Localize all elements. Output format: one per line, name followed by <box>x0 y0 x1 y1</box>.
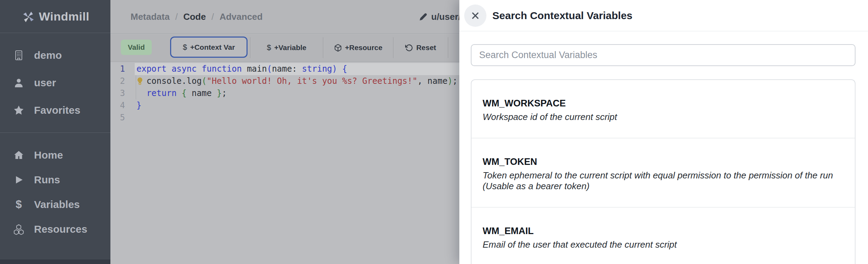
line-number: 4 <box>110 99 125 112</box>
code-line-1[interactable]: 1export async function main(name: string… <box>110 63 459 75</box>
code-text: export async function main(name: string)… <box>136 63 347 75</box>
toolbar-button-group: $ +Variable +Resource Reset <box>250 37 459 58</box>
dollar-icon: $ <box>267 43 271 52</box>
script-path[interactable]: u/user/l <box>418 0 459 34</box>
breadcrumb: Metadata/Code/Advanced <box>131 0 262 34</box>
star-icon <box>12 104 25 117</box>
reset-icon <box>405 44 413 52</box>
sidebar-item-variables[interactable]: $Variables <box>0 192 110 217</box>
sidebar-item-label: Home <box>34 149 63 161</box>
sidebar-item-label: Favorites <box>34 104 80 116</box>
line-number: 5 <box>110 112 125 124</box>
context-var-label: +Context Var <box>190 43 235 51</box>
close-icon <box>470 10 481 21</box>
drawer-title: Search Contextual Variables <box>492 0 633 31</box>
contextual-variables-list: WM_WORKSPACEWorkspace id of the current … <box>471 79 856 264</box>
sidebar: Windmill demouserFavorites HomeRuns$Vari… <box>0 0 110 264</box>
add-variable-button[interactable]: $ +Variable <box>250 37 323 58</box>
contextual-variable-item[interactable]: WM_EMAILEmail of the user that executed … <box>471 207 855 264</box>
dollar-icon: $ <box>12 198 25 211</box>
line-number: 1 <box>110 63 125 75</box>
variable-description: Email of the user that executed the curr… <box>483 239 844 250</box>
code-line-2[interactable]: 2 console.log("Hello world! Oh, it's you… <box>110 75 459 87</box>
building-icon <box>12 49 25 62</box>
windmill-logo-icon <box>22 9 35 23</box>
tab-code[interactable]: Code <box>183 11 206 22</box>
code-text: return { name }; <box>136 87 227 99</box>
variable-name: WM_WORKSPACE <box>483 97 844 109</box>
sidebar-item-label: demo <box>34 49 62 61</box>
sidebar-item-demo[interactable]: demo <box>0 41 110 69</box>
code-line-3[interactable]: 3 return { name }; <box>110 87 459 99</box>
variable-name: WM_EMAIL <box>483 225 844 237</box>
line-number: 3 <box>110 87 125 99</box>
workspace-logo[interactable]: Windmill <box>0 0 110 33</box>
sidebar-item-home[interactable]: Home <box>0 143 110 167</box>
sidebar-item-label: Runs <box>34 174 60 186</box>
sidebar-item-label: Variables <box>34 199 80 210</box>
contextual-variable-item[interactable]: WM_WORKSPACEWorkspace id of the current … <box>471 80 855 138</box>
variable-description: Token ephemeral to the current script wi… <box>483 170 844 192</box>
sidebar-item-label: Resources <box>34 223 87 235</box>
sidebar-item-resources[interactable]: Resources <box>0 217 110 241</box>
tab-advanced[interactable]: Advanced <box>219 11 262 22</box>
sidebar-divider <box>0 133 110 133</box>
boxes-icon <box>12 223 25 235</box>
sidebar-item-favorites[interactable]: Favorites <box>0 96 110 124</box>
variable-label: +Variable <box>274 43 307 52</box>
code-line-4[interactable]: 4} <box>110 99 459 112</box>
editor-area: Metadata/Code/Advanced u/user/l Valid $ … <box>110 0 459 264</box>
breadcrumb-separator: / <box>211 11 214 22</box>
toolbar-cutoff-button[interactable] <box>448 37 459 58</box>
code-text: } <box>136 99 141 112</box>
code-editor[interactable]: 1export async function main(name: string… <box>110 62 459 264</box>
logo-text: Windmill <box>39 10 89 23</box>
variable-description: Workspace id of the current script <box>483 112 844 122</box>
code-line-5[interactable]: 5 <box>110 112 459 124</box>
resource-label: +Resource <box>345 43 383 52</box>
main-nav: HomeRuns$VariablesResources <box>0 143 110 241</box>
variable-name: WM_TOKEN <box>483 156 844 168</box>
reset-label: Reset <box>416 43 436 52</box>
add-context-var-button[interactable]: $ +Context Var <box>170 37 248 58</box>
validity-badge: Valid <box>121 40 152 55</box>
toolbar: Valid $ +Context Var $ +Variable +Resour… <box>110 34 459 62</box>
script-path-text: u/user/l <box>431 11 459 22</box>
play-icon <box>12 174 25 186</box>
workspace-menu: demouserFavorites <box>0 41 110 124</box>
windmill-app: Windmill demouserFavorites HomeRuns$Vari… <box>0 0 868 264</box>
topbar: Metadata/Code/Advanced u/user/l <box>110 0 459 34</box>
sidebar-item-user[interactable]: user <box>0 69 110 96</box>
reset-button[interactable]: Reset <box>393 37 448 58</box>
tab-metadata[interactable]: Metadata <box>131 11 170 22</box>
contextual-variable-item[interactable]: WM_TOKENToken ephemeral to the current s… <box>471 138 855 207</box>
sidebar-item-runs[interactable]: Runs <box>0 167 110 192</box>
line-number: 2 <box>110 75 125 87</box>
drawer-header: Search Contextual Variables <box>459 0 868 31</box>
breadcrumb-separator: / <box>175 11 178 22</box>
search-input[interactable] <box>471 44 856 66</box>
dollar-icon: $ <box>183 43 187 52</box>
box-icon <box>334 44 342 52</box>
sidebar-item-label: user <box>34 77 56 89</box>
close-drawer-button[interactable] <box>464 5 486 27</box>
person-icon <box>12 77 25 89</box>
contextual-variables-drawer: Search Contextual Variables WM_WORKSPACE… <box>459 0 868 264</box>
code-text: console.log("Hello world! Oh, it's you %… <box>136 75 458 87</box>
sidebar-bottom-bar <box>0 259 110 264</box>
indent-guide <box>136 87 136 99</box>
pencil-icon <box>418 12 428 22</box>
add-resource-button[interactable]: +Resource <box>323 37 393 58</box>
home-icon <box>12 149 25 161</box>
